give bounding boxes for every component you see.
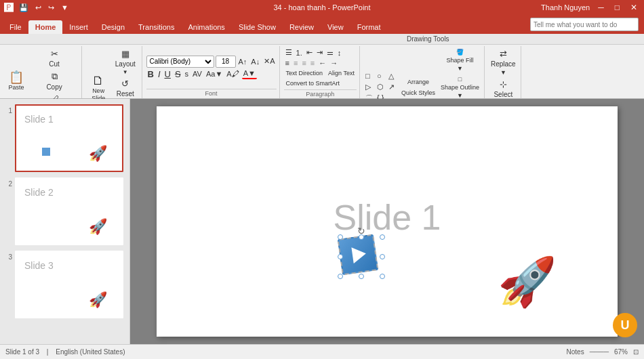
slide-thumbnail-2[interactable]: Slide 2 🚀 [15, 177, 123, 245]
shape-outline-button[interactable]: □ Shape Outline▼ [439, 75, 481, 100]
minimize-button[interactable]: ─ [595, 3, 607, 12]
convert-smartart-button[interactable]: Convert to SmartArt [284, 79, 342, 88]
paragraph-group: ☰ 1. ⇤ ⇥ ⚌ ↕ ≡ ≡ ≡ ≡ ← → Text Direction [281, 46, 360, 98]
char-spacing-button[interactable]: AV [191, 69, 203, 79]
tab-file[interactable]: File [3, 20, 28, 34]
selection-handle-br[interactable] [380, 274, 385, 279]
unica-logo[interactable]: U [613, 313, 637, 337]
tab-animations[interactable]: Animations [181, 20, 231, 34]
underline-button[interactable]: U [163, 68, 172, 80]
document-title: 34 - hoan thanh - PowerPoint [273, 3, 370, 12]
increase-font-size-button[interactable]: A↑ [237, 57, 249, 66]
decrease-font-size-button[interactable]: A↓ [249, 57, 261, 66]
tab-transitions[interactable]: Transitions [132, 20, 181, 34]
drawing-actions: Arrange Quick Styles [399, 77, 437, 98]
shape-3[interactable]: △ [387, 71, 398, 81]
strikethrough-button[interactable]: S [174, 68, 182, 80]
font-row2: B I U S s AV Aa▼ A🖍 A▼ [146, 68, 277, 80]
font-size-input[interactable] [216, 56, 236, 68]
increase-indent-button[interactable]: ⇥ [315, 47, 324, 58]
close-button[interactable]: ✕ [628, 3, 640, 12]
search-input[interactable] [530, 18, 639, 31]
status-bar-left: Slide 1 of 3 | English (United States) [5, 348, 125, 356]
selected-shape[interactable]: ↻ [340, 236, 383, 277]
slide-number-1: 1 [3, 107, 12, 114]
text-direction-button[interactable]: Text Direction [284, 68, 325, 78]
tab-review[interactable]: Review [283, 20, 321, 34]
quick-access-customize[interactable]: ▼ [60, 3, 70, 12]
drawing-tools-bar: Drawing Tools [0, 34, 644, 45]
slide-canvas[interactable]: Slide 1 ↻ 🚀 [157, 106, 618, 337]
numbering-button[interactable]: 1. [295, 48, 304, 58]
change-case-button[interactable]: Aa▼ [205, 69, 224, 79]
tab-home[interactable]: Home [28, 20, 63, 34]
layout-icon: ▦ [121, 49, 129, 59]
selection-handle-ml[interactable] [338, 254, 343, 259]
cut-button[interactable]: ✂ Cut [30, 47, 79, 69]
copy-button[interactable]: ⧉ Copy [30, 70, 79, 92]
align-text-button[interactable]: Align Text [326, 68, 357, 78]
font-name-select[interactable]: Calibri (Body) [146, 56, 214, 68]
columns-button[interactable]: ⚌ [325, 47, 335, 58]
notes-button[interactable]: Notes [567, 348, 584, 356]
slide-thumbnail-1[interactable]: Slide 1 🚀 [15, 104, 123, 172]
thumb-rocket-1-icon: 🚀 [89, 145, 107, 163]
selection-handle-tr[interactable] [380, 234, 385, 240]
shape-2[interactable]: ○ [376, 71, 386, 81]
tab-slideshow[interactable]: Slide Show [232, 20, 283, 34]
tab-format[interactable]: Format [350, 20, 388, 34]
rtl-button[interactable]: ← [317, 58, 327, 68]
justify-button[interactable]: ≡ [309, 58, 316, 68]
italic-button[interactable]: I [157, 68, 162, 80]
para-row4: Convert to SmartArt [284, 79, 357, 88]
ribbon-tabs: File Home Insert Design Transitions Anim… [0, 15, 644, 34]
zoom-slider[interactable]: ──── [590, 348, 609, 356]
align-left-button[interactable]: ≡ [284, 58, 291, 68]
reset-button[interactable]: ↺ Reset [112, 77, 138, 99]
font-color-button[interactable]: A▼ [242, 68, 257, 79]
highlight-color-button[interactable]: A🖍 [225, 69, 240, 79]
rocket-shape[interactable]: 🚀 [498, 254, 557, 310]
align-center-button[interactable]: ≡ [292, 58, 299, 68]
fit-slide-button[interactable]: ⊡ [633, 348, 639, 356]
quick-access-save[interactable]: 💾 [18, 3, 30, 12]
tab-design[interactable]: Design [95, 20, 132, 34]
selection-handle-tl[interactable] [338, 234, 343, 240]
shape-6[interactable]: ↗ [387, 82, 398, 92]
quick-access-undo[interactable]: ↩ [34, 3, 43, 12]
status-sep: | [47, 348, 49, 356]
tab-view[interactable]: View [321, 20, 350, 34]
shape-1[interactable]: □ [364, 71, 375, 81]
selection-handle-mr[interactable] [380, 254, 385, 259]
decrease-indent-button[interactable]: ⇤ [305, 47, 314, 58]
maximize-button[interactable]: □ [612, 3, 622, 12]
shape-5[interactable]: ⬡ [376, 82, 386, 92]
play-shape[interactable] [338, 234, 379, 276]
tab-insert[interactable]: Insert [62, 20, 95, 34]
slide-title: Slide 1 [334, 197, 441, 238]
bullets-button[interactable]: ☰ [284, 47, 294, 58]
selection-handle-bm[interactable] [359, 274, 364, 279]
para-row1: ☰ 1. ⇤ ⇥ ⚌ ↕ [284, 47, 357, 58]
clear-format-button[interactable]: ✕A [262, 56, 276, 66]
layout-button[interactable]: ▦ Layout ▼ [112, 47, 138, 77]
replace-button[interactable]: ⇄ Replace▼ [489, 47, 518, 77]
quick-styles-button[interactable]: Quick Styles [399, 88, 437, 98]
arrange-button[interactable]: Arrange [399, 77, 437, 87]
paragraph-label: Paragraph [284, 89, 357, 98]
slide-thumbnail-3[interactable]: Slide 3 🚀 [15, 251, 123, 318]
line-spacing-button[interactable]: ↕ [336, 48, 343, 58]
shadow-button[interactable]: s [184, 69, 190, 79]
ltr-button[interactable]: → [329, 58, 339, 68]
drawing-tools-label: Drawing Tools [407, 35, 449, 43]
shape-fill-button[interactable]: 🪣 Shape Fill▼ [439, 47, 481, 73]
selection-handle-tm[interactable] [359, 234, 364, 240]
bold-button[interactable]: B [146, 68, 155, 80]
align-right-button[interactable]: ≡ [300, 58, 307, 68]
selection-handle-bl[interactable] [338, 274, 343, 279]
shape-4[interactable]: ▷ [364, 82, 375, 92]
language-status: English (United States) [56, 348, 125, 356]
quick-access-redo[interactable]: ↪ [47, 3, 56, 12]
font-row1: Calibri (Body) A↑ A↓ ✕A [146, 56, 277, 68]
paste-button[interactable]: 📋 Paste [4, 61, 28, 102]
